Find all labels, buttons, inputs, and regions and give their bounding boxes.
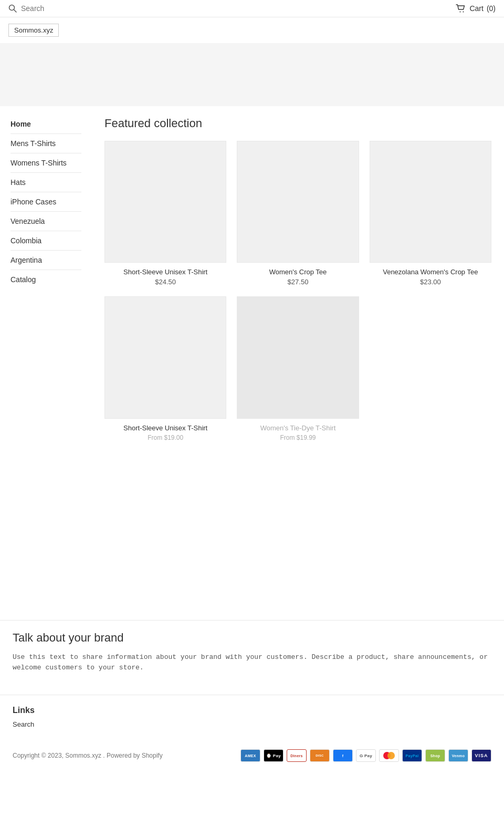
cart-label: Cart xyxy=(469,4,483,13)
product-price-p2: $27.50 xyxy=(237,278,359,286)
product-image-p4 xyxy=(104,296,226,418)
header-search-area xyxy=(8,4,126,13)
sidebar-item-catalog[interactable]: Catalog xyxy=(10,270,81,289)
payment-icon-apple-pay: ⌚ Pay xyxy=(264,749,284,762)
sidebar-item-colombia[interactable]: Colombia xyxy=(10,231,81,251)
footer-bottom: Copyright © 2023, Sommos.xyz . Powered b… xyxy=(13,744,491,762)
logo[interactable]: Sommos.xyz xyxy=(8,24,59,37)
product-name-p2: Women's Crop Tee xyxy=(237,268,359,276)
product-name-p5: Women's Tie-Dye T-Shirt xyxy=(237,424,359,432)
cart-count: (0) xyxy=(487,4,496,13)
payment-icon-paypal: PayPal xyxy=(402,749,422,762)
sidebar-item-hats[interactable]: Hats xyxy=(10,173,81,192)
svg-point-2 xyxy=(460,12,461,13)
featured-collection-title: Featured collection xyxy=(104,117,491,130)
main-content: Featured collection Short-Sleeve Unisex … xyxy=(92,106,504,620)
payment-icon-shopify: Shop xyxy=(425,749,445,762)
sidebar-item-home[interactable]: Home xyxy=(10,115,81,134)
logo-area: Sommos.xyz xyxy=(0,17,504,43)
payment-icon-meta: f xyxy=(333,749,353,762)
product-name-p3: Venezolana Women's Crop Tee xyxy=(370,268,491,276)
payment-icon-venmo: Venmo xyxy=(448,749,468,762)
footer-link-search[interactable]: Search xyxy=(13,720,491,728)
product-card-p5[interactable]: Women's Tie-Dye T-Shirt From $19.99 xyxy=(237,296,359,441)
product-grid-empty-cell xyxy=(370,296,491,441)
sidebar-item-iphone-cases[interactable]: iPhone Cases xyxy=(10,192,81,212)
sidebar-item-womens-tshirts[interactable]: Womens T-Shirts xyxy=(10,153,81,173)
product-card-p4[interactable]: Short-Sleeve Unisex T-Shirt From $19.00 xyxy=(104,296,226,441)
payment-icon-discover: DISC xyxy=(310,749,330,762)
product-price-p3: $23.00 xyxy=(370,278,491,286)
payment-icon-gpay: G Pay xyxy=(356,749,376,762)
product-grid-row2: Short-Sleeve Unisex T-Shirt From $19.00 … xyxy=(104,296,491,441)
content-spacer xyxy=(104,452,491,610)
header: Cart (0) xyxy=(0,0,504,17)
footer: Links Search Copyright © 2023, Sommos.xy… xyxy=(0,695,504,772)
footer-copyright: Copyright © 2023, Sommos.xyz . Powered b… xyxy=(13,752,163,759)
brand-section: Talk about your brand Use this text to s… xyxy=(0,620,504,695)
sidebar: Home Mens T-Shirts Womens T-Shirts Hats … xyxy=(0,106,92,620)
footer-shopify-link[interactable]: Powered by Shopify xyxy=(107,752,163,759)
payment-icons: AMEX ⌚ Pay Diners DISC f G Pay PayPal Sh… xyxy=(240,749,491,762)
search-input[interactable] xyxy=(21,4,126,13)
cart-icon xyxy=(456,4,466,13)
product-price-p4: From $19.00 xyxy=(104,434,226,441)
brand-text: Use this text to share information about… xyxy=(13,652,491,674)
product-image-p3 xyxy=(370,141,491,263)
sidebar-item-mens-tshirts[interactable]: Mens T-Shirts xyxy=(10,134,81,153)
search-icon xyxy=(8,4,17,13)
payment-icon-visa: VISA xyxy=(471,749,491,762)
product-name-p1: Short-Sleeve Unisex T-Shirt xyxy=(104,268,226,276)
product-name-p4: Short-Sleeve Unisex T-Shirt xyxy=(104,424,226,432)
payment-icon-amex: AMEX xyxy=(240,749,260,762)
product-grid: Short-Sleeve Unisex T-Shirt $24.50 Women… xyxy=(104,141,491,286)
product-image-p2 xyxy=(237,141,359,263)
sidebar-item-venezuela[interactable]: Venezuela xyxy=(10,212,81,231)
sidebar-item-argentina[interactable]: Argentina xyxy=(10,251,81,270)
svg-point-5 xyxy=(387,752,395,759)
product-price-p1: $24.50 xyxy=(104,278,226,286)
product-price-p5: From $19.99 xyxy=(237,434,359,441)
product-image-p5 xyxy=(237,296,359,418)
svg-line-1 xyxy=(14,10,17,13)
payment-icon-mastercard xyxy=(379,749,399,762)
product-card-p1[interactable]: Short-Sleeve Unisex T-Shirt $24.50 xyxy=(104,141,226,286)
hero-image xyxy=(0,43,504,106)
footer-links-title: Links xyxy=(13,706,491,715)
content-wrapper: Home Mens T-Shirts Womens T-Shirts Hats … xyxy=(0,106,504,620)
cart-button[interactable]: Cart (0) xyxy=(456,4,496,13)
product-image-p1 xyxy=(104,141,226,263)
svg-point-3 xyxy=(463,12,464,13)
product-card-p2[interactable]: Women's Crop Tee $27.50 xyxy=(237,141,359,286)
brand-title: Talk about your brand xyxy=(13,631,491,645)
payment-icon-diners: Diners xyxy=(287,749,307,762)
product-card-p3[interactable]: Venezolana Women's Crop Tee $23.00 xyxy=(370,141,491,286)
footer-store-link[interactable]: Sommos.xyz xyxy=(65,752,101,759)
